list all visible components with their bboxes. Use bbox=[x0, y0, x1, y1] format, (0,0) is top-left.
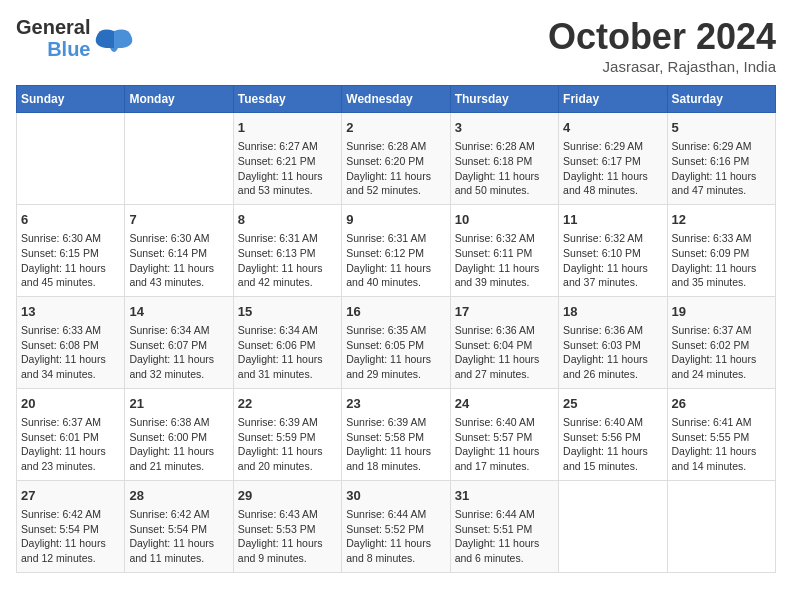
calendar-cell: 9Sunrise: 6:31 AM Sunset: 6:12 PM Daylig… bbox=[342, 204, 450, 296]
day-info: Sunrise: 6:34 AM Sunset: 6:07 PM Dayligh… bbox=[129, 323, 228, 382]
calendar-cell: 30Sunrise: 6:44 AM Sunset: 5:52 PM Dayli… bbox=[342, 480, 450, 572]
calendar-week-2: 6Sunrise: 6:30 AM Sunset: 6:15 PM Daylig… bbox=[17, 204, 776, 296]
day-info: Sunrise: 6:27 AM Sunset: 6:21 PM Dayligh… bbox=[238, 139, 337, 198]
calendar-cell: 21Sunrise: 6:38 AM Sunset: 6:00 PM Dayli… bbox=[125, 388, 233, 480]
calendar-cell: 19Sunrise: 6:37 AM Sunset: 6:02 PM Dayli… bbox=[667, 296, 775, 388]
calendar-cell: 18Sunrise: 6:36 AM Sunset: 6:03 PM Dayli… bbox=[559, 296, 667, 388]
day-info: Sunrise: 6:42 AM Sunset: 5:54 PM Dayligh… bbox=[129, 507, 228, 566]
weekday-header-tuesday: Tuesday bbox=[233, 86, 341, 113]
calendar-cell: 16Sunrise: 6:35 AM Sunset: 6:05 PM Dayli… bbox=[342, 296, 450, 388]
calendar-cell: 10Sunrise: 6:32 AM Sunset: 6:11 PM Dayli… bbox=[450, 204, 558, 296]
day-info: Sunrise: 6:35 AM Sunset: 6:05 PM Dayligh… bbox=[346, 323, 445, 382]
calendar-cell: 31Sunrise: 6:44 AM Sunset: 5:51 PM Dayli… bbox=[450, 480, 558, 572]
day-info: Sunrise: 6:30 AM Sunset: 6:14 PM Dayligh… bbox=[129, 231, 228, 290]
calendar-cell: 12Sunrise: 6:33 AM Sunset: 6:09 PM Dayli… bbox=[667, 204, 775, 296]
day-info: Sunrise: 6:28 AM Sunset: 6:20 PM Dayligh… bbox=[346, 139, 445, 198]
calendar-cell: 17Sunrise: 6:36 AM Sunset: 6:04 PM Dayli… bbox=[450, 296, 558, 388]
day-info: Sunrise: 6:31 AM Sunset: 6:12 PM Dayligh… bbox=[346, 231, 445, 290]
month-title: October 2024 bbox=[548, 16, 776, 58]
day-number: 6 bbox=[21, 211, 120, 229]
weekday-header-saturday: Saturday bbox=[667, 86, 775, 113]
calendar-week-3: 13Sunrise: 6:33 AM Sunset: 6:08 PM Dayli… bbox=[17, 296, 776, 388]
calendar-body: 1Sunrise: 6:27 AM Sunset: 6:21 PM Daylig… bbox=[17, 113, 776, 573]
calendar-cell: 28Sunrise: 6:42 AM Sunset: 5:54 PM Dayli… bbox=[125, 480, 233, 572]
logo-text-blue: Blue bbox=[47, 38, 90, 60]
day-number: 15 bbox=[238, 303, 337, 321]
day-info: Sunrise: 6:30 AM Sunset: 6:15 PM Dayligh… bbox=[21, 231, 120, 290]
day-number: 16 bbox=[346, 303, 445, 321]
day-number: 3 bbox=[455, 119, 554, 137]
day-number: 8 bbox=[238, 211, 337, 229]
day-info: Sunrise: 6:38 AM Sunset: 6:00 PM Dayligh… bbox=[129, 415, 228, 474]
day-number: 22 bbox=[238, 395, 337, 413]
day-number: 2 bbox=[346, 119, 445, 137]
calendar-week-1: 1Sunrise: 6:27 AM Sunset: 6:21 PM Daylig… bbox=[17, 113, 776, 205]
day-number: 19 bbox=[672, 303, 771, 321]
day-number: 12 bbox=[672, 211, 771, 229]
day-info: Sunrise: 6:40 AM Sunset: 5:57 PM Dayligh… bbox=[455, 415, 554, 474]
day-info: Sunrise: 6:36 AM Sunset: 6:04 PM Dayligh… bbox=[455, 323, 554, 382]
day-info: Sunrise: 6:32 AM Sunset: 6:10 PM Dayligh… bbox=[563, 231, 662, 290]
calendar-cell: 26Sunrise: 6:41 AM Sunset: 5:55 PM Dayli… bbox=[667, 388, 775, 480]
day-info: Sunrise: 6:31 AM Sunset: 6:13 PM Dayligh… bbox=[238, 231, 337, 290]
day-number: 10 bbox=[455, 211, 554, 229]
day-info: Sunrise: 6:44 AM Sunset: 5:52 PM Dayligh… bbox=[346, 507, 445, 566]
calendar-cell: 25Sunrise: 6:40 AM Sunset: 5:56 PM Dayli… bbox=[559, 388, 667, 480]
day-number: 23 bbox=[346, 395, 445, 413]
weekday-header-monday: Monday bbox=[125, 86, 233, 113]
title-block: October 2024 Jasrasar, Rajasthan, India bbox=[548, 16, 776, 75]
calendar-cell: 2Sunrise: 6:28 AM Sunset: 6:20 PM Daylig… bbox=[342, 113, 450, 205]
day-info: Sunrise: 6:44 AM Sunset: 5:51 PM Dayligh… bbox=[455, 507, 554, 566]
calendar-cell: 7Sunrise: 6:30 AM Sunset: 6:14 PM Daylig… bbox=[125, 204, 233, 296]
day-info: Sunrise: 6:37 AM Sunset: 6:02 PM Dayligh… bbox=[672, 323, 771, 382]
calendar-cell: 4Sunrise: 6:29 AM Sunset: 6:17 PM Daylig… bbox=[559, 113, 667, 205]
day-info: Sunrise: 6:37 AM Sunset: 6:01 PM Dayligh… bbox=[21, 415, 120, 474]
page-header: General Blue October 2024 Jasrasar, Raja… bbox=[16, 16, 776, 75]
day-number: 28 bbox=[129, 487, 228, 505]
logo: General Blue bbox=[16, 16, 122, 60]
day-number: 18 bbox=[563, 303, 662, 321]
day-info: Sunrise: 6:29 AM Sunset: 6:17 PM Dayligh… bbox=[563, 139, 662, 198]
day-number: 13 bbox=[21, 303, 120, 321]
day-number: 20 bbox=[21, 395, 120, 413]
weekday-header-row: SundayMondayTuesdayWednesdayThursdayFrid… bbox=[17, 86, 776, 113]
day-info: Sunrise: 6:40 AM Sunset: 5:56 PM Dayligh… bbox=[563, 415, 662, 474]
day-number: 27 bbox=[21, 487, 120, 505]
weekday-header-friday: Friday bbox=[559, 86, 667, 113]
calendar-cell: 6Sunrise: 6:30 AM Sunset: 6:15 PM Daylig… bbox=[17, 204, 125, 296]
day-info: Sunrise: 6:28 AM Sunset: 6:18 PM Dayligh… bbox=[455, 139, 554, 198]
day-info: Sunrise: 6:41 AM Sunset: 5:55 PM Dayligh… bbox=[672, 415, 771, 474]
calendar-cell bbox=[17, 113, 125, 205]
day-number: 11 bbox=[563, 211, 662, 229]
calendar-cell: 14Sunrise: 6:34 AM Sunset: 6:07 PM Dayli… bbox=[125, 296, 233, 388]
day-number: 21 bbox=[129, 395, 228, 413]
day-number: 25 bbox=[563, 395, 662, 413]
calendar-cell: 27Sunrise: 6:42 AM Sunset: 5:54 PM Dayli… bbox=[17, 480, 125, 572]
weekday-header-wednesday: Wednesday bbox=[342, 86, 450, 113]
day-info: Sunrise: 6:39 AM Sunset: 5:58 PM Dayligh… bbox=[346, 415, 445, 474]
day-number: 17 bbox=[455, 303, 554, 321]
day-number: 30 bbox=[346, 487, 445, 505]
logo-icon bbox=[94, 26, 122, 54]
day-info: Sunrise: 6:32 AM Sunset: 6:11 PM Dayligh… bbox=[455, 231, 554, 290]
calendar-cell: 23Sunrise: 6:39 AM Sunset: 5:58 PM Dayli… bbox=[342, 388, 450, 480]
calendar-table: SundayMondayTuesdayWednesdayThursdayFrid… bbox=[16, 85, 776, 573]
day-info: Sunrise: 6:36 AM Sunset: 6:03 PM Dayligh… bbox=[563, 323, 662, 382]
day-number: 4 bbox=[563, 119, 662, 137]
calendar-cell bbox=[559, 480, 667, 572]
calendar-header: SundayMondayTuesdayWednesdayThursdayFrid… bbox=[17, 86, 776, 113]
calendar-cell: 8Sunrise: 6:31 AM Sunset: 6:13 PM Daylig… bbox=[233, 204, 341, 296]
calendar-cell bbox=[125, 113, 233, 205]
day-number: 29 bbox=[238, 487, 337, 505]
day-info: Sunrise: 6:42 AM Sunset: 5:54 PM Dayligh… bbox=[21, 507, 120, 566]
calendar-cell: 15Sunrise: 6:34 AM Sunset: 6:06 PM Dayli… bbox=[233, 296, 341, 388]
weekday-header-sunday: Sunday bbox=[17, 86, 125, 113]
day-number: 31 bbox=[455, 487, 554, 505]
calendar-cell: 1Sunrise: 6:27 AM Sunset: 6:21 PM Daylig… bbox=[233, 113, 341, 205]
calendar-cell: 29Sunrise: 6:43 AM Sunset: 5:53 PM Dayli… bbox=[233, 480, 341, 572]
day-info: Sunrise: 6:29 AM Sunset: 6:16 PM Dayligh… bbox=[672, 139, 771, 198]
calendar-cell: 13Sunrise: 6:33 AM Sunset: 6:08 PM Dayli… bbox=[17, 296, 125, 388]
day-number: 24 bbox=[455, 395, 554, 413]
location-subtitle: Jasrasar, Rajasthan, India bbox=[548, 58, 776, 75]
day-info: Sunrise: 6:33 AM Sunset: 6:08 PM Dayligh… bbox=[21, 323, 120, 382]
